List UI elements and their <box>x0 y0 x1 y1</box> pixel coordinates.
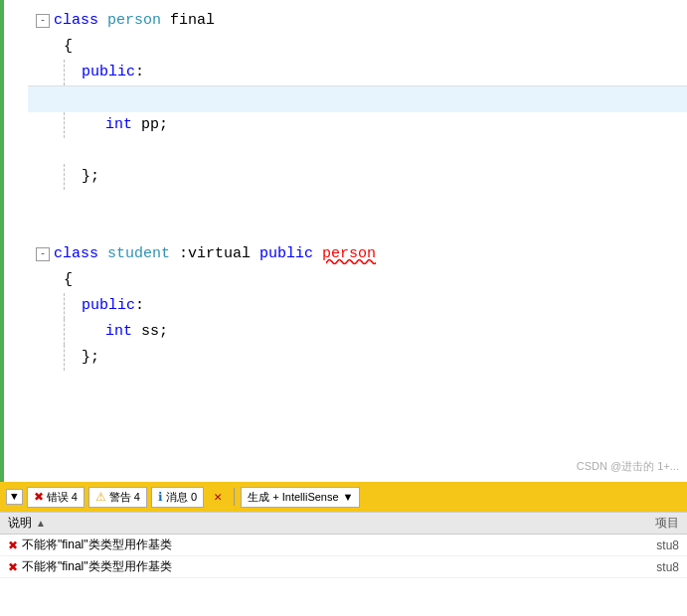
info-icon: ℹ <box>158 490 163 504</box>
code-line-1: - class person final <box>28 8 687 34</box>
code-line-2: { <box>28 34 687 60</box>
green-bar <box>0 0 4 482</box>
error-message-1: 不能将"final"类类型用作基类 <box>22 537 172 553</box>
filter-x-button[interactable]: ✕ <box>208 489 228 505</box>
error-row-project-2: stu8 <box>656 560 679 574</box>
error-label: 错误 4 <box>47 490 78 505</box>
error-row-2: ✖ 不能将"final"类类型用作基类 stu8 <box>0 556 687 578</box>
collapse-icon-1[interactable]: - <box>36 14 50 28</box>
kw-class-2: class <box>54 241 107 267</box>
brace-open-1: { <box>64 34 73 60</box>
code-line-10: - class student :virtual public person <box>28 241 687 267</box>
code-line-6 <box>28 138 687 164</box>
error-button[interactable]: ✖ 错误 4 <box>27 487 85 508</box>
sort-arrow-icon[interactable]: ▲ <box>36 518 46 529</box>
bottom-toolbar: ▼ ✖ 错误 4 ⚠ 警告 4 ℹ 消息 0 ✕ 生成 + IntelliSen… <box>0 482 687 512</box>
error-icon: ✖ <box>34 490 44 504</box>
header-left: 说明 ▲ <box>8 515 46 532</box>
dashed-indent-4 <box>64 293 78 319</box>
kw-class-1: class <box>54 8 107 34</box>
code-line-5: int pp; <box>28 112 687 138</box>
code-editor[interactable]: - class person final { public: int pp; <box>0 0 687 482</box>
code-line-14: }; <box>28 345 687 371</box>
code-line-3: public: <box>28 60 687 85</box>
filter-x-icon: ✕ <box>214 490 222 505</box>
editor-container: - class person final { public: int pp; <box>0 0 687 616</box>
code-line-7: }; <box>28 164 687 190</box>
dropdown-arrow: ▼ <box>11 491 18 503</box>
error-message-2: 不能将"final"类类型用作基类 <box>22 558 172 575</box>
error-row-project-1: stu8 <box>656 539 679 552</box>
brace-close-semi-2: }; <box>82 345 99 371</box>
kw-int-2: int <box>105 319 141 345</box>
build-button[interactable]: 生成 + IntelliSense ▼ <box>241 487 360 508</box>
dashed-indent-2 <box>64 112 78 138</box>
code-line-11: { <box>28 267 687 293</box>
kw-public-3: public <box>82 293 135 319</box>
error-rows: ✖ 不能将"final"类类型用作基类 stu8 ✖ 不能将"final"类类型… <box>0 535 687 616</box>
error-panel-header: 说明 ▲ 项目 <box>0 513 687 535</box>
collapse-icon-2[interactable]: - <box>36 247 50 261</box>
build-dropdown-arrow: ▼ <box>343 491 354 503</box>
code-lines: - class person final { public: int pp; <box>28 0 687 482</box>
info-label: 消息 0 <box>166 490 197 505</box>
dashed-indent-5 <box>64 319 78 345</box>
error-row-left-1: ✖ 不能将"final"类类型用作基类 <box>8 537 172 553</box>
blank-line-2 <box>28 216 687 241</box>
var-ss: ss; <box>141 319 168 345</box>
code-line-12: public: <box>28 293 687 319</box>
code-line-selected <box>28 86 687 112</box>
dashed-indent-3 <box>64 164 78 190</box>
class-name-2: student <box>107 241 179 267</box>
code-line-13: int ss; <box>28 319 687 345</box>
brace-open-2: { <box>64 267 73 293</box>
warning-icon: ⚠ <box>95 490 106 504</box>
colon-1: : <box>135 60 144 85</box>
warning-label: 警告 4 <box>109 490 140 505</box>
panel-header-right: 项目 <box>655 515 679 532</box>
info-button[interactable]: ℹ 消息 0 <box>151 487 204 508</box>
kw-public-1: public <box>82 60 135 85</box>
csdn-watermark: CSDN @进击的 1+... <box>577 459 679 474</box>
error-row-left-2: ✖ 不能将"final"类类型用作基类 <box>8 558 172 575</box>
kw-int-1: int <box>105 112 141 138</box>
blank-line-1 <box>28 190 687 216</box>
kw-public-2: public <box>259 241 322 267</box>
panel-header-label: 说明 <box>8 515 32 532</box>
kw-virtual: :virtual <box>179 241 259 267</box>
warning-button[interactable]: ⚠ 警告 4 <box>88 487 147 508</box>
var-pp: pp; <box>141 112 168 138</box>
dashed-indent-6 <box>64 345 78 371</box>
error-row-icon-1: ✖ <box>8 539 18 552</box>
build-label: 生成 + IntelliSense <box>248 490 338 505</box>
dashed-indent-1 <box>64 60 78 85</box>
class-name-1: person <box>107 8 170 34</box>
error-panel: 说明 ▲ 项目 ✖ 不能将"final"类类型用作基类 stu8 ✖ 不能将"f… <box>0 512 687 616</box>
toolbar-separator <box>234 488 235 506</box>
error-row-1: ✖ 不能将"final"类类型用作基类 stu8 <box>0 535 687 556</box>
kw-final-1: final <box>170 8 215 34</box>
brace-close-semi-1: }; <box>82 164 99 190</box>
toolbar-filter-dropdown[interactable]: ▼ <box>6 489 23 505</box>
colon-2: : <box>135 293 144 319</box>
base-class-person: person <box>322 241 376 267</box>
error-row-icon-2: ✖ <box>8 560 18 574</box>
